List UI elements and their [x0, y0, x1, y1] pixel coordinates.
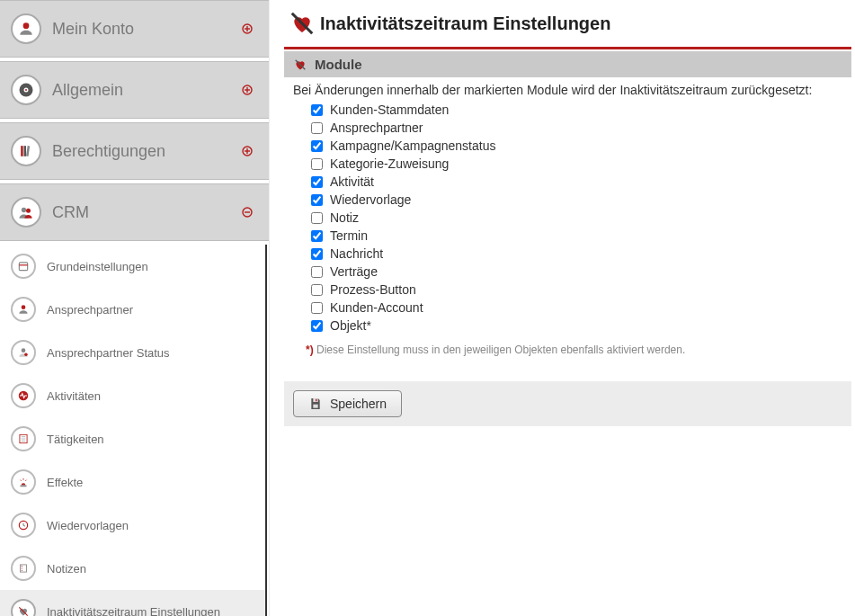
sidebar-item-taetigkeiten[interactable]: Tätigkeiten — [0, 417, 265, 460]
svg-point-23 — [22, 348, 26, 353]
module-label[interactable]: Kunden-Stammdaten — [330, 103, 449, 117]
page-title: Inaktivitätszeitraum Einstellungen — [320, 13, 610, 34]
calendar-icon — [11, 254, 36, 279]
main-content: Inaktivitätszeitraum Einstellungen Modul… — [270, 0, 855, 616]
expand-icon — [236, 23, 258, 34]
module-label[interactable]: Verträge — [330, 264, 378, 279]
heart-off-icon — [11, 599, 36, 616]
sidebar-item-notizen[interactable]: Notizen — [0, 547, 265, 590]
sidebar-item-grundeinstellungen[interactable]: Grundeinstellungen — [0, 245, 265, 288]
module-checkbox[interactable] — [311, 122, 323, 134]
save-button[interactable]: Speichern — [293, 390, 402, 417]
module-checkbox[interactable] — [311, 140, 323, 152]
svg-rect-20 — [19, 263, 27, 271]
svg-point-17 — [26, 209, 31, 213]
sidebar-group-mein-konto[interactable]: Mein Konto — [0, 0, 269, 58]
sidebar-item-label: Aktivitäten — [47, 389, 101, 403]
sidebar-item-label: Grundeinstellungen — [47, 260, 148, 273]
sidebar-item-label: Effekte — [47, 476, 83, 489]
sidebar-group-allgemein[interactable]: Allgemein — [0, 61, 269, 119]
module-label[interactable]: Nachricht — [330, 246, 383, 261]
sidebar-item-ansprechpartner[interactable]: Ansprechpartner — [0, 288, 265, 331]
module-row: Aktivität — [293, 173, 842, 191]
button-bar: Speichern — [284, 381, 851, 426]
pulse-icon — [11, 383, 36, 408]
module-label[interactable]: Notiz — [330, 210, 359, 225]
svg-point-37 — [22, 567, 22, 568]
module-label[interactable]: Prozess-Button — [330, 282, 416, 297]
module-label[interactable]: Kunden-Account — [330, 300, 423, 315]
user-icon — [11, 13, 41, 44]
svg-rect-30 — [21, 486, 27, 487]
sidebar-group-label: CRM — [52, 203, 236, 222]
module-row: Kunden-Account — [293, 299, 842, 317]
module-row: Objekt* — [293, 317, 842, 335]
sidebar-group-label: Berechtigungen — [52, 142, 236, 161]
module-label[interactable]: Wiedervorlage — [330, 192, 411, 207]
svg-rect-10 — [21, 146, 23, 156]
svg-point-22 — [22, 305, 26, 309]
sidebar-group-berechtigungen[interactable]: Berechtigungen — [0, 122, 269, 180]
module-label[interactable]: Aktivität — [330, 174, 374, 189]
note-icon — [11, 556, 36, 581]
module-row: Kampagne/Kampagnenstatus — [293, 137, 842, 155]
expand-icon — [236, 85, 258, 95]
user-badge-icon — [11, 340, 36, 365]
svg-point-6 — [25, 89, 27, 91]
sidebar: Mein Konto Allgemein Berechtigungen — [0, 0, 270, 616]
svg-rect-45 — [316, 399, 316, 402]
module-checkbox[interactable] — [311, 248, 323, 260]
module-checkbox[interactable] — [311, 176, 323, 188]
module-row: Kategorie-Zuweisung — [293, 155, 842, 173]
module-label[interactable]: Objekt* — [330, 318, 371, 333]
module-checkbox[interactable] — [311, 302, 323, 314]
module-row: Kunden-Stammdaten — [293, 101, 842, 119]
list-icon — [11, 426, 36, 451]
module-checkbox[interactable] — [311, 320, 323, 332]
module-row: Prozess-Button — [293, 281, 842, 299]
module-checkbox[interactable] — [311, 266, 323, 278]
module-label[interactable]: Kampagne/Kampagnenstatus — [330, 138, 495, 153]
module-label[interactable]: Ansprechpartner — [330, 121, 423, 135]
svg-point-24 — [24, 353, 28, 357]
sidebar-item-wiedervorlagen[interactable]: Wiedervorlagen — [0, 504, 265, 547]
user-icon — [11, 297, 36, 322]
svg-rect-11 — [24, 146, 27, 156]
module-checkbox[interactable] — [311, 284, 323, 296]
expand-icon — [236, 146, 258, 156]
sidebar-item-label: Tätigkeiten — [47, 433, 104, 446]
module-label[interactable]: Termin — [330, 228, 368, 243]
module-checkbox[interactable] — [311, 230, 323, 242]
sidebar-group-crm[interactable]: CRM — [0, 183, 269, 241]
sidebar-item-label: Wiedervorlagen — [47, 519, 129, 532]
sidebar-item-label: Inaktivitätszeitraum Einstellungen — [47, 605, 220, 617]
heart-off-icon — [293, 58, 307, 72]
panel-title: Module — [315, 57, 362, 72]
module-checkbox[interactable] — [311, 212, 323, 224]
svg-point-0 — [23, 22, 30, 29]
module-row: Ansprechpartner — [293, 119, 842, 137]
module-row: Wiedervorlage — [293, 191, 842, 209]
sidebar-item-inaktivitaet-einstellungen[interactable]: Inaktivitätszeitraum Einstellungen — [0, 590, 265, 616]
svg-line-33 — [25, 480, 26, 481]
sidebar-item-label: Notizen — [47, 562, 86, 576]
svg-line-32 — [21, 480, 22, 481]
svg-point-36 — [22, 566, 22, 567]
page-header: Inaktivitätszeitraum Einstellungen — [284, 5, 851, 49]
module-row: Termin — [293, 227, 842, 245]
module-checkbox[interactable] — [311, 194, 323, 206]
module-row: Nachricht — [293, 245, 842, 263]
sidebar-item-aktivitaeten[interactable]: Aktivitäten — [0, 374, 265, 417]
module-checkbox[interactable] — [311, 158, 323, 170]
siren-icon — [11, 469, 36, 495]
panel-header-module: Module — [284, 51, 851, 77]
sidebar-item-effekte[interactable]: Effekte — [0, 460, 265, 504]
module-label[interactable]: Kategorie-Zuweisung — [330, 156, 449, 171]
sidebar-item-ansprechpartner-status[interactable]: Ansprechpartner Status — [0, 331, 265, 374]
sidebar-group-label: Allgemein — [52, 81, 236, 100]
books-icon — [11, 136, 41, 166]
footnote-star: *) — [306, 344, 314, 356]
svg-point-16 — [22, 208, 26, 212]
module-checkbox[interactable] — [311, 104, 323, 116]
module-row: Notiz — [293, 209, 842, 227]
